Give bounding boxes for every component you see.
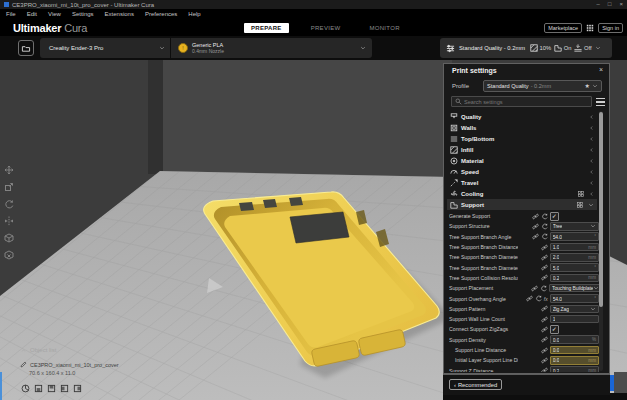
object-list-toggle[interactable]: Object list [20, 347, 56, 353]
setting-input[interactable]: 1 [550, 315, 599, 324]
sign-in-button[interactable]: Sign in [598, 23, 623, 33]
maximize-icon[interactable]: □ [608, 0, 612, 9]
settings-visibility-menu-icon[interactable] [596, 98, 605, 106]
category-speed[interactable]: Speed [447, 166, 597, 177]
move-tool-button[interactable] [2, 163, 16, 177]
cura-app-window: { "window": { "title": "CE3PRO_xiaomi_mi… [0, 0, 627, 400]
link-icon[interactable] [541, 326, 548, 333]
link-icon[interactable] [541, 367, 548, 372]
category-infill[interactable]: Infill [447, 144, 597, 155]
recommended-mode-button[interactable]: ‹ Recommended [449, 379, 502, 390]
link-icon[interactable] [532, 233, 539, 240]
setting-input[interactable]: 0.2mm [550, 274, 599, 283]
menu-extensions[interactable]: Extensions [105, 11, 134, 17]
category-material[interactable]: Material [447, 155, 597, 166]
setting-row: Tree Support Branch Diameter2.0mm [447, 252, 599, 262]
setting-dropdown[interactable]: Tree [550, 222, 599, 231]
tab-prepare[interactable]: PREPARE [244, 23, 289, 33]
setting-input[interactable]: 54.0° [550, 232, 599, 241]
print-setup-selector[interactable]: Standard Quality - 0.2mm 10% On Off [440, 38, 612, 58]
revert-icon[interactable] [540, 285, 547, 292]
link-icon[interactable] [541, 305, 548, 312]
link-icon[interactable] [532, 213, 539, 220]
front-view-button[interactable] [33, 383, 43, 393]
menu-file[interactable]: File [6, 11, 16, 17]
material-selector[interactable]: ! Generic PLA 0.4mm Nozzle [171, 42, 372, 54]
fx-icon[interactable]: fx [544, 296, 548, 302]
support-icon [554, 44, 562, 52]
setting-input[interactable]: 54.0° [550, 294, 599, 303]
panel-title: Print settings [452, 67, 497, 74]
link-icon[interactable] [541, 357, 548, 364]
left-side-view-button[interactable] [59, 383, 69, 393]
menu-help[interactable]: Help [188, 11, 200, 17]
category-quality[interactable]: Quality [447, 111, 597, 122]
setting-row: Support Wall Line Count1 [447, 314, 599, 324]
link-icon[interactable] [541, 347, 548, 354]
right-side-view-button[interactable] [72, 383, 82, 393]
category-support[interactable]: Support [447, 199, 597, 210]
setting-input[interactable]: 1.0mm [550, 243, 599, 252]
setting-input[interactable]: 0.2mm [550, 366, 599, 372]
close-icon[interactable]: × [599, 66, 603, 73]
menu-view[interactable]: View [48, 11, 61, 17]
tab-monitor[interactable]: MONITOR [362, 23, 406, 33]
scrollbar-thumb[interactable] [599, 112, 603, 307]
open-file-button[interactable] [18, 40, 34, 56]
category-travel[interactable]: Travel [447, 177, 597, 188]
top-view-button[interactable] [46, 383, 56, 393]
setting-input[interactable]: 0.0mm [550, 356, 599, 365]
setting-dropdown[interactable]: Zig Zag [550, 305, 599, 314]
link-icon[interactable] [541, 254, 548, 261]
rotate-tool-button[interactable] [2, 197, 16, 211]
link-icon[interactable] [541, 264, 548, 271]
link-icon[interactable] [532, 223, 539, 230]
setting-dropdown[interactable]: Touching Buildplate [549, 284, 599, 293]
link-icon[interactable] [541, 316, 548, 323]
support-blocker-tool-button[interactable] [2, 248, 16, 262]
link-icon[interactable] [531, 285, 538, 292]
menu-settings[interactable]: Settings [72, 11, 94, 17]
profile-dropdown[interactable]: Standard Quality - 0.2mm ★ [483, 80, 602, 92]
revert-icon[interactable] [541, 233, 548, 240]
printer-selector[interactable]: Creality Ender-3 Pro [40, 45, 170, 51]
mesh-settings-icon[interactable] [578, 191, 584, 197]
setting-checkbox[interactable]: ✓ [550, 325, 559, 334]
mirror-tool-button[interactable] [2, 214, 16, 228]
menu-edit[interactable]: Edit [27, 11, 37, 17]
panel-scrollbar[interactable] [599, 111, 603, 371]
marketplace-button[interactable]: Marketplace [544, 23, 582, 33]
setting-input[interactable]: 0.0% [550, 335, 599, 344]
quality-icon [450, 113, 458, 121]
selected-model-row[interactable]: CE3PRO_xiaomi_mi_10t_pro_cover [20, 361, 119, 368]
setting-checkbox[interactable]: ✓ [550, 212, 559, 221]
3d-view-button[interactable] [20, 383, 30, 393]
per-model-settings-tool-button[interactable] [2, 231, 16, 245]
link-icon[interactable] [541, 274, 548, 281]
panel-footer: ‹ Recommended [443, 374, 610, 395]
scale-tool-button[interactable] [2, 180, 16, 194]
link-icon[interactable] [541, 244, 548, 251]
revert-icon[interactable] [541, 213, 548, 220]
revert-icon[interactable] [535, 295, 542, 302]
category-top-bottom[interactable]: Top/Bottom [447, 133, 597, 144]
applications-grid-icon[interactable] [586, 24, 594, 32]
setting-input[interactable]: 2.0mm [550, 253, 599, 262]
tab-preview[interactable]: PREVIEW [304, 23, 348, 33]
close-icon[interactable]: × [619, 0, 623, 9]
revert-icon[interactable] [541, 223, 548, 230]
minimize-icon[interactable]: – [597, 0, 600, 9]
mesh-settings-icon[interactable] [577, 202, 583, 208]
chevron-left-icon [589, 147, 594, 153]
action-panel-partial [614, 372, 627, 393]
menu-preferences[interactable]: Preferences [145, 11, 177, 17]
setting-label: Tree Support Collision Resolution [449, 275, 518, 281]
link-icon[interactable] [541, 336, 548, 343]
setting-input[interactable]: 5.0° [550, 263, 599, 272]
star-icon[interactable]: ★ [585, 81, 590, 91]
category-cooling[interactable]: Cooling [447, 188, 597, 199]
setting-input[interactable]: 0.0mm [550, 346, 599, 355]
link-icon[interactable] [526, 295, 533, 302]
search-input[interactable] [464, 99, 574, 105]
category-walls[interactable]: Walls [447, 122, 597, 133]
